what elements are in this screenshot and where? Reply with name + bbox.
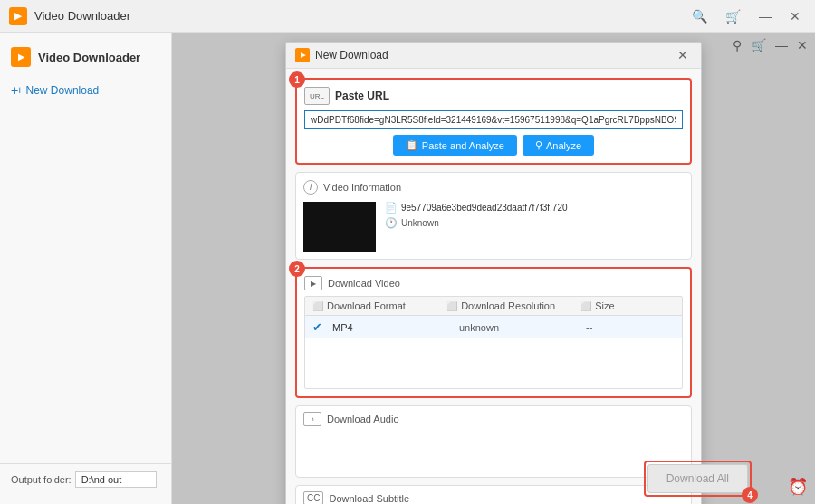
clock-icon: 🕐 [385, 217, 398, 229]
new-download-button[interactable]: + + New Download [0, 78, 171, 103]
modal-overlay: ▶ New Download ✕ 1 URL [172, 33, 815, 504]
row-check-icon: ✔ [312, 320, 327, 334]
cart-icon[interactable]: 🛒 [720, 7, 746, 25]
dialog-body: 1 URL Paste URL 📋 [286, 69, 701, 504]
subtitle-header: CC Download Subtitle [303, 491, 684, 504]
output-folder: Output folder: [11, 471, 160, 488]
paste-url-section: 1 URL Paste URL 📋 [295, 78, 692, 165]
download-subtitle-label: Download Subtitle [329, 493, 409, 504]
video-info-header: i Video Information [303, 180, 684, 195]
download-audio-section: ♪ Download Audio [295, 405, 692, 478]
analyze-icon: ⚲ [535, 139, 542, 151]
step-badge-1: 1 [289, 71, 305, 88]
size-icon: ⬜ [580, 301, 591, 311]
resolution-icon: ⬜ [446, 301, 457, 311]
download-audio-label: Download Audio [327, 414, 399, 424]
analyze-button[interactable]: ⚲ Analyze [523, 135, 594, 156]
dialog-close-button[interactable]: ✕ [674, 48, 692, 62]
step-badge-2: 2 [289, 261, 305, 277]
download-subtitle-section: CC Download Subtitle Original Subtitles … [295, 485, 692, 504]
search-icon[interactable]: 🔍 [686, 7, 713, 25]
video-details: 📄 9e57709a6e3bed9dead23daatf7f7f3f.720 🕐… [385, 202, 684, 229]
titlebar-controls: 🔍 🛒 — ✕ [686, 7, 806, 25]
info-icon: i [303, 180, 318, 195]
dialog-logo-icon: ▶ [295, 48, 310, 62]
video-info-label: Video Information [323, 182, 401, 193]
app-logo-icon: ▶ [9, 7, 27, 25]
app-titlebar: ▶ Video Downloader 🔍 🛒 — ✕ [0, 0, 815, 33]
app-window: ▶ Video Downloader 🔍 🛒 — ✕ ▶ Video Downl… [0, 0, 815, 504]
audio-icon: ♪ [303, 412, 321, 426]
audio-header: ♪ Download Audio [303, 412, 684, 426]
video-thumbnail [303, 202, 376, 252]
download-all-button[interactable]: Download All [647, 464, 748, 493]
sidebar-footer: Output folder: [0, 463, 171, 495]
paste-url-label: Paste URL [335, 90, 389, 102]
row-size: -- [586, 322, 675, 333]
download-video-header: ▶ Download Video [304, 276, 683, 290]
cc-icon: CC [303, 491, 323, 504]
row-resolution: unknown [459, 322, 586, 333]
url-buttons: 📋 Paste and Analyze ⚲ Analyze [304, 135, 683, 156]
video-duration: 🕐 Unknown [385, 217, 684, 229]
video-info-section: i Video Information 📄 9e57709a6e3bed9dea… [295, 172, 692, 260]
table-body: ✔ MP4 unknown -- [305, 316, 682, 388]
url-icon: URL [304, 87, 330, 105]
download-video-table: ⬜ Download Format ⬜ Download Resolution … [304, 296, 683, 389]
audio-content-area [303, 426, 684, 471]
row-format: MP4 [332, 322, 459, 333]
sidebar-title: Video Downloader [38, 51, 140, 64]
video-section-icon: ▶ [304, 276, 322, 290]
download-all-outline: Download All 4 [644, 461, 752, 497]
table-header: ⬜ Download Format ⬜ Download Resolution … [305, 297, 682, 316]
main-area: ⚲ 🛒 — ✕ ▶ New Download ✕ [172, 33, 815, 504]
video-filename: 📄 9e57709a6e3bed9dead23daatf7f7f3f.720 [385, 202, 684, 214]
sidebar-header: ▶ Video Downloader [0, 42, 171, 72]
dialog-titlebar: ▶ New Download ✕ [286, 43, 701, 69]
file-icon: 📄 [385, 202, 398, 214]
col-resolution-header: ⬜ Download Resolution [446, 300, 580, 311]
alarm-icon[interactable]: ⏰ [788, 478, 808, 496]
download-all-wrapper: Download All 4 [644, 461, 752, 497]
table-row[interactable]: ✔ MP4 unknown -- [305, 316, 682, 338]
paste-analyze-button[interactable]: 📋 Paste and Analyze [393, 135, 517, 156]
url-input[interactable] [304, 110, 683, 129]
dialog-title: New Download [315, 49, 674, 62]
app-content: ▶ Video Downloader + + New Download Outp… [0, 33, 815, 504]
download-video-section: 2 ▶ Download Video ⬜ Download Format [295, 267, 692, 398]
alarm-icon-wrapper: ⏰ [788, 477, 808, 497]
col-size-header: ⬜ Size [580, 300, 675, 311]
paste-icon: 📋 [406, 139, 418, 151]
format-icon: ⬜ [312, 301, 323, 311]
app-title: Video Downloader [34, 9, 686, 23]
download-video-label: Download Video [328, 278, 400, 289]
minimize-button[interactable]: — [753, 7, 777, 25]
new-download-dialog: ▶ New Download ✕ 1 URL [285, 42, 702, 504]
close-button[interactable]: ✕ [784, 7, 806, 25]
output-folder-input[interactable] [75, 471, 157, 488]
sidebar-logo-icon: ▶ [11, 47, 31, 67]
video-info-content: 📄 9e57709a6e3bed9dead23daatf7f7f3f.720 🕐… [303, 202, 684, 252]
step-badge-4: 4 [742, 487, 758, 503]
new-download-label: + New Download [16, 84, 99, 97]
col-format-header: ⬜ Download Format [312, 300, 446, 311]
sidebar: ▶ Video Downloader + + New Download Outp… [0, 33, 172, 504]
paste-url-header: URL Paste URL [304, 87, 683, 105]
output-folder-label: Output folder: [11, 474, 72, 485]
